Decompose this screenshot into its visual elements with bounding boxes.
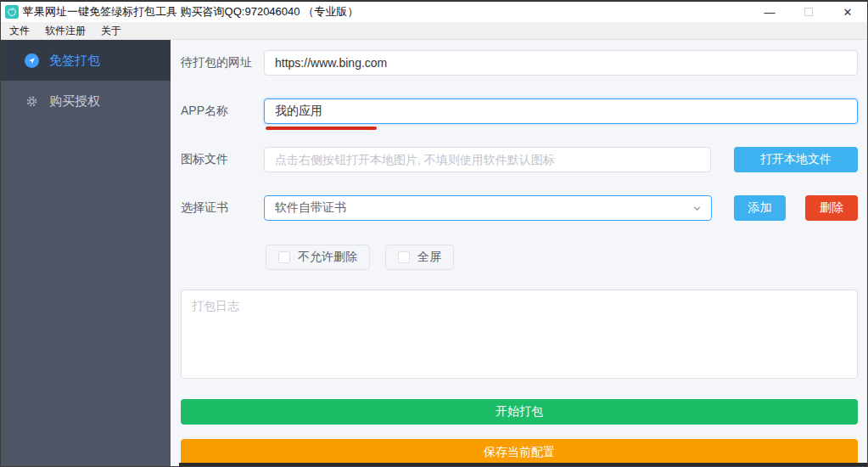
app-logo-apple-icon bbox=[5, 5, 19, 19]
icon-file-label: 图标文件 bbox=[181, 152, 264, 167]
maximize-button[interactable] bbox=[789, 2, 828, 22]
main-panel: 待打包的网址 APP名称 图标文件 打开本地文件 bbox=[171, 40, 867, 466]
sidebar-item-free-package[interactable]: 免签打包 bbox=[1, 40, 171, 81]
url-label: 待打包的网址 bbox=[181, 55, 264, 70]
checkbox-fullscreen[interactable]: 全屏 bbox=[385, 245, 454, 270]
bottom-edge-strip bbox=[179, 463, 867, 466]
checkbox-icon bbox=[398, 251, 410, 263]
menu-about[interactable]: 关于 bbox=[93, 22, 129, 39]
app-name-input[interactable] bbox=[264, 98, 858, 124]
add-certificate-button[interactable]: 添加 bbox=[734, 195, 786, 221]
certificate-label: 选择证书 bbox=[181, 200, 264, 216]
menu-register[interactable]: 软件注册 bbox=[37, 22, 93, 39]
certificate-row: 选择证书 软件自带证书 添加 删除 bbox=[181, 195, 858, 221]
checkbox-label: 不允许删除 bbox=[298, 250, 357, 265]
delete-certificate-button[interactable]: 删除 bbox=[805, 195, 858, 221]
sidebar: 免签打包 购买授权 bbox=[1, 40, 171, 466]
start-package-button[interactable]: 开始打包 bbox=[181, 399, 858, 425]
window-body: 免签打包 购买授权 待打包的网址 APP名 bbox=[1, 40, 867, 466]
package-log-textarea[interactable] bbox=[181, 290, 858, 379]
close-button[interactable]: ✕ bbox=[828, 2, 867, 22]
sidebar-item-purchase-license[interactable]: 购买授权 bbox=[1, 81, 171, 121]
options-row: 不允许删除 全屏 bbox=[181, 245, 858, 270]
checkbox-label: 全屏 bbox=[417, 250, 441, 265]
maximize-icon bbox=[804, 8, 813, 16]
app-window: 苹果网址一键免签绿标打包工具 购买咨询QQ:972046040 （专业版） — … bbox=[0, 0, 868, 467]
app-name-label: APP名称 bbox=[181, 104, 264, 119]
checkbox-no-delete[interactable]: 不允许删除 bbox=[266, 245, 370, 270]
minimize-button[interactable]: — bbox=[750, 2, 789, 22]
window-controls: — ✕ bbox=[750, 2, 867, 22]
certificate-selected-value: 软件自带证书 bbox=[275, 200, 346, 216]
menu-file[interactable]: 文件 bbox=[9, 22, 37, 39]
icon-file-row: 图标文件 打开本地文件 bbox=[181, 147, 858, 172]
certificate-select[interactable]: 软件自带证书 bbox=[264, 195, 712, 221]
app-name-row: APP名称 bbox=[181, 98, 858, 124]
url-row: 待打包的网址 bbox=[181, 50, 858, 76]
icon-file-input[interactable] bbox=[264, 147, 711, 172]
gear-icon bbox=[25, 94, 39, 109]
sidebar-item-label: 购买授权 bbox=[49, 93, 100, 110]
title-bar: 苹果网址一键免签绿标打包工具 购买咨询QQ:972046040 （专业版） — … bbox=[1, 1, 867, 22]
paper-plane-icon bbox=[25, 53, 39, 68]
open-local-file-button[interactable]: 打开本地文件 bbox=[734, 147, 858, 172]
menu-bar: 文件 软件注册 关于 bbox=[1, 22, 867, 40]
chevron-down-icon bbox=[692, 203, 703, 214]
checkbox-icon bbox=[278, 251, 290, 263]
url-input[interactable] bbox=[264, 50, 858, 76]
red-underline-annotation bbox=[266, 127, 377, 130]
sidebar-item-label: 免签打包 bbox=[49, 53, 100, 69]
window-title: 苹果网址一键免签绿标打包工具 购买咨询QQ:972046040 （专业版） bbox=[23, 4, 358, 20]
